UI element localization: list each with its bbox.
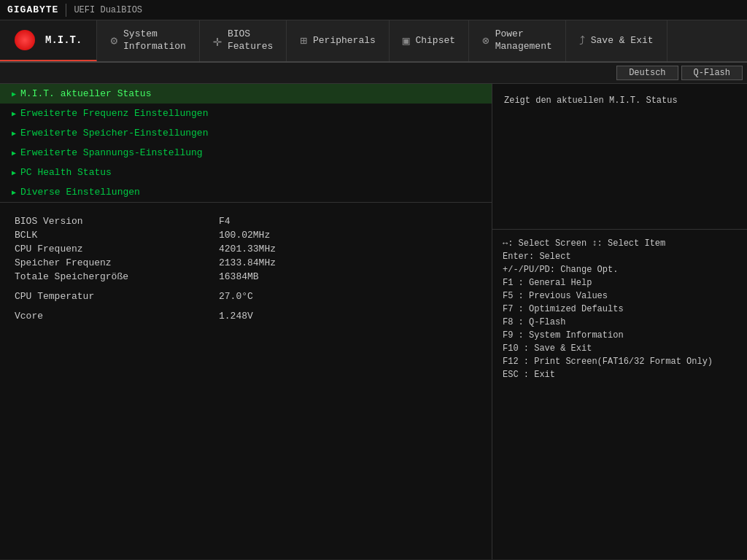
info-spacer-7 — [15, 303, 477, 309]
info-label-0: BIOS Version — [15, 216, 219, 227]
util-bar: Deutsch Q-Flash — [0, 63, 747, 84]
menu-arrow-5: ▶ — [12, 188, 16, 197]
menu-label-3: Erweiterte Spannungs-Einstellung — [20, 147, 203, 158]
menu-item-5[interactable]: ▶Diverse Einstellungen — [0, 182, 492, 202]
menu-label-4: PC Health Status — [20, 167, 112, 178]
info-row-8: Vcore1.248V — [15, 309, 477, 323]
info-value-1: 100.02MHz — [219, 230, 270, 241]
help-line-6: F8 : Q-Flash — [503, 316, 737, 329]
tab-save-label: Save & Exit — [591, 35, 654, 47]
info-value-2: 4201.33MHz — [219, 244, 276, 254]
menu-list: ▶M.I.T. aktueller Status▶Erweiterte Freq… — [0, 84, 492, 203]
menu-item-2[interactable]: ▶Erweiterte Speicher-Einstellungen — [0, 123, 492, 143]
info-label-2: CPU Frequenz — [15, 244, 219, 254]
chipset-icon: ▣ — [403, 34, 410, 48]
info-label-3: Speicher Frequenz — [15, 257, 219, 268]
tab-save[interactable]: ⤴ Save & Exit — [566, 20, 667, 61]
menu-item-1[interactable]: ▶Erweiterte Frequenz Einstellungen — [0, 104, 492, 123]
tab-sysinfo[interactable]: ⚙ System Information — [97, 20, 199, 61]
bios-brand: UEFI DualBIOS — [74, 5, 142, 15]
sysinfo-icon: ⚙ — [110, 34, 117, 48]
info-row-2: CPU Frequenz4201.33MHz — [15, 242, 477, 256]
tab-peripherals[interactable]: ⊞ Peripherals — [287, 20, 389, 61]
description-text: Zeigt den aktuellen M.I.T. Status — [504, 96, 678, 106]
help-line-1: Enter: Select — [503, 250, 737, 263]
menu-arrow-3: ▶ — [12, 149, 16, 158]
description-area: Zeigt den aktuellen M.I.T. Status — [492, 84, 747, 230]
info-row-4: Totale Speichergröße16384MB — [15, 270, 477, 284]
tab-chipset-label: Chipset — [415, 35, 455, 47]
topbar: GIGABYTE UEFI DualBIOS — [0, 0, 747, 20]
help-line-5: F7 : Optimized Defaults — [503, 303, 737, 316]
menu-item-4[interactable]: ▶PC Health Status — [0, 163, 492, 182]
help-line-2: +/-/PU/PD: Change Opt. — [503, 263, 737, 276]
menu-arrow-0: ▶ — [12, 90, 16, 98]
info-label-1: BCLK — [15, 230, 219, 241]
menu-label-2: Erweiterte Speicher-Einstellungen — [20, 128, 208, 139]
help-line-8: F10 : Save & Exit — [503, 342, 737, 355]
tab-bios-label2: Features — [228, 41, 273, 53]
menu-arrow-1: ▶ — [12, 109, 16, 118]
info-spacer-5 — [15, 284, 477, 289]
tab-mit[interactable]: M.I.T. — [0, 20, 97, 61]
info-row-6: CPU Temperatur27.0°C — [15, 289, 477, 303]
help-line-10: ESC : Exit — [503, 368, 737, 381]
tab-chipset[interactable]: ▣ Chipset — [390, 20, 469, 61]
info-value-0: F4 — [219, 216, 231, 227]
tab-sysinfo-label2: Information — [123, 41, 186, 53]
info-row-3: Speicher Frequenz2133.84MHz — [15, 256, 477, 270]
tab-power[interactable]: ⊗ Power Management — [469, 20, 566, 61]
info-value-4: 16384MB — [219, 271, 259, 282]
help-line-7: F9 : System Information — [503, 329, 737, 342]
mit-icon — [15, 30, 35, 50]
bios-icon: ✛ — [213, 32, 222, 50]
tab-bios[interactable]: ✛ BIOS Features — [200, 20, 287, 61]
info-label-6: CPU Temperatur — [15, 291, 219, 302]
help-line-3: F1 : General Help — [503, 276, 737, 289]
tab-sysinfo-label1: System — [123, 28, 186, 41]
periph-icon: ⊞ — [300, 34, 307, 48]
tab-periph-label: Peripherals — [313, 35, 376, 47]
tab-power-label1: Power — [495, 28, 552, 41]
tab-mit-label: M.I.T. — [45, 34, 82, 46]
tab-bios-label1: BIOS — [228, 28, 273, 41]
info-value-3: 2133.84MHz — [219, 257, 276, 268]
brand-separator — [66, 4, 66, 17]
menu-label-1: Erweiterte Frequenz Einstellungen — [20, 108, 208, 119]
info-table: BIOS VersionF4BCLK100.02MHzCPU Frequenz4… — [0, 203, 492, 559]
left-panel: ▶M.I.T. aktueller Status▶Erweiterte Freq… — [0, 84, 492, 559]
menu-arrow-2: ▶ — [12, 129, 16, 138]
info-value-8: 1.248V — [219, 311, 253, 322]
lang-button[interactable]: Deutsch — [616, 66, 678, 80]
nav-tabs: M.I.T. ⚙ System Information ✛ BIOS Featu… — [0, 20, 747, 63]
help-line-0: ↔: Select Screen ↕: Select Item — [503, 237, 737, 250]
info-label-4: Totale Speichergröße — [15, 271, 219, 282]
menu-item-0[interactable]: ▶M.I.T. aktueller Status — [0, 84, 492, 104]
brand-logo: GIGABYTE — [7, 4, 58, 15]
help-area: ↔: Select Screen ↕: Select ItemEnter: Se… — [492, 230, 747, 559]
info-row-0: BIOS VersionF4 — [15, 214, 477, 228]
info-value-6: 27.0°C — [219, 291, 253, 302]
qflash-button[interactable]: Q-Flash — [681, 66, 743, 80]
right-panel: Zeigt den aktuellen M.I.T. Status ↔: Sel… — [492, 84, 747, 559]
menu-label-5: Diverse Einstellungen — [20, 187, 140, 198]
menu-item-3[interactable]: ▶Erweiterte Spannungs-Einstellung — [0, 143, 492, 163]
power-icon: ⊗ — [482, 34, 489, 48]
menu-label-0: M.I.T. aktueller Status — [20, 88, 151, 99]
save-icon: ⤴ — [579, 34, 585, 48]
info-label-8: Vcore — [15, 311, 219, 322]
tab-power-label2: Management — [495, 41, 552, 53]
main-content: ▶M.I.T. aktueller Status▶Erweiterte Freq… — [0, 84, 747, 559]
info-row-1: BCLK100.02MHz — [15, 228, 477, 242]
help-line-4: F5 : Previous Values — [503, 289, 737, 303]
help-line-9: F12 : Print Screen(FAT16/32 Format Only) — [503, 355, 737, 368]
menu-arrow-4: ▶ — [12, 168, 16, 177]
